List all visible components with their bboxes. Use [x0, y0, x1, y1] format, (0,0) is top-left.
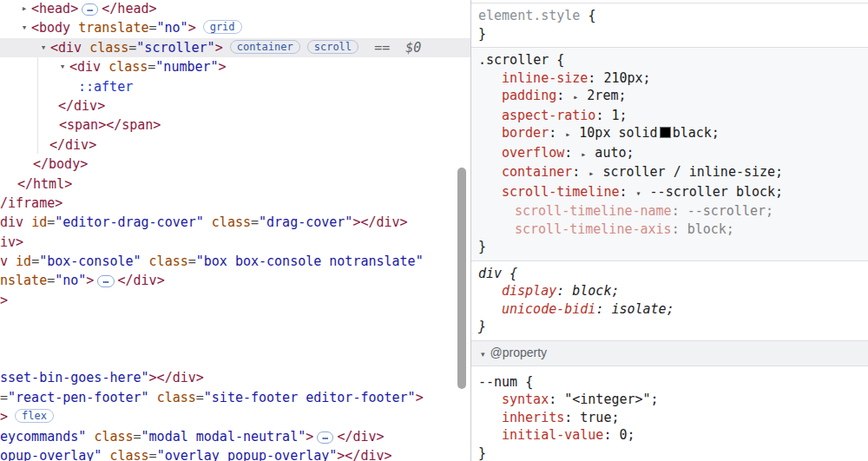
code-token[interactable]: inherits — [502, 410, 564, 425]
shorthand-expand-icon[interactable]: ▸ — [581, 146, 586, 164]
code-token[interactable]: ></div> — [352, 214, 407, 230]
code-token[interactable]: syntax — [502, 392, 549, 407]
code-token[interactable]: scroller / inline-size; — [595, 164, 783, 180]
code-token[interactable]: "box-console" — [39, 254, 141, 269]
code-token[interactable]: --scroller block; — [642, 184, 784, 200]
code-token[interactable]: > — [215, 40, 223, 56]
code-token[interactable]: aspect-ratio — [502, 108, 595, 123]
code-token[interactable]: block; — [572, 283, 619, 299]
code-token[interactable]: "modal modal-neutral" — [141, 429, 306, 445]
inline-expand-button[interactable]: … — [97, 275, 114, 287]
code-token[interactable]: "editor-drag-cover" — [55, 214, 204, 230]
code-token[interactable]: class — [94, 429, 133, 445]
shorthand-expand-icon[interactable]: ▸ — [589, 165, 594, 183]
code-token[interactable]: true; — [580, 410, 619, 425]
dom-tree-row[interactable]: </html> — [0, 175, 470, 194]
code-token[interactable]: border — [502, 125, 549, 141]
elements-scrollbar-thumb[interactable] — [457, 168, 466, 389]
code-token[interactable]: "no" — [157, 20, 188, 36]
code-token[interactable]: nslate — [0, 273, 47, 288]
code-token[interactable]: --scroller; — [687, 203, 773, 219]
dom-tree-row[interactable]: div id="editor-drag-cover" class="drag-c… — [0, 213, 457, 232]
code-token[interactable]: 0; — [619, 427, 635, 443]
dom-tree-row[interactable]: v id="box-console" class="box box-consol… — [0, 252, 457, 271]
dom-tree-row[interactable]: </div> — [0, 96, 470, 115]
code-token[interactable]: scroll-timeline — [502, 184, 619, 200]
code-token[interactable]: "drag-cover" — [259, 214, 352, 230]
code-token[interactable]: </div> — [49, 137, 96, 153]
code-token[interactable]: > — [86, 273, 94, 288]
code-token[interactable]: --num — [478, 374, 517, 390]
shorthand-expand-icon[interactable]: ▸ — [565, 126, 570, 144]
code-token[interactable]: iv> — [0, 234, 23, 250]
code-token[interactable]: class — [149, 254, 188, 269]
code-token[interactable]: "react-pen-footer" — [8, 390, 149, 405]
code-token[interactable]: > — [0, 409, 8, 425]
code-token[interactable]: "number" — [155, 59, 218, 75]
code-token[interactable]: ></div> — [149, 370, 204, 385]
code-token[interactable]: scroll-timeline-axis — [515, 221, 672, 237]
code-token[interactable]: isolate; — [611, 301, 674, 317]
dom-tree-row[interactable]: eycommands" class="modal modal-neutral">… — [0, 427, 457, 446]
code-token[interactable]: unicode-bidi — [502, 301, 595, 317]
code-token[interactable]: > — [219, 59, 227, 75]
collapse-arrow-icon[interactable]: ▾ — [37, 38, 49, 57]
code-token[interactable]: > — [306, 429, 313, 445]
dom-tree-row[interactable]: ="react-pen-footer" class="site-footer e… — [0, 388, 457, 407]
code-token[interactable]: /iframe> — [0, 195, 62, 211]
code-token[interactable]: class — [109, 448, 148, 461]
grid-badge[interactable]: grid — [203, 20, 242, 34]
code-token[interactable]: class — [212, 214, 251, 230]
code-token[interactable]: eycommands" — [0, 429, 86, 445]
code-token[interactable]: class — [89, 40, 128, 56]
expand-arrow-icon[interactable]: ▸ — [18, 0, 30, 18]
code-token[interactable]: 210px; — [603, 70, 650, 86]
code-token[interactable]: </head> — [102, 1, 156, 16]
code-token[interactable]: <div — [50, 40, 82, 56]
code-token[interactable]: <span></span> — [59, 117, 161, 133]
code-token[interactable]: ></div> — [337, 448, 391, 461]
dom-tree-row[interactable]: ::after — [0, 77, 470, 96]
code-token[interactable]: opup-overlay" — [0, 448, 102, 461]
code-token[interactable]: scroll-timeline-name — [515, 203, 672, 219]
dom-tree-row[interactable]: ▾<div class="number"> — [0, 57, 470, 76]
container-badge[interactable]: container — [230, 40, 300, 54]
dom-tree-row[interactable]: </body> — [0, 155, 470, 174]
collapse-arrow-icon[interactable]: ▾ — [56, 57, 69, 76]
code-token[interactable]: <body — [31, 20, 70, 36]
code-token[interactable]: "box box-console notranslate" — [196, 254, 424, 269]
code-token[interactable]: container — [502, 164, 572, 180]
shorthand-expand-icon[interactable]: ▸ — [573, 89, 578, 107]
code-token[interactable]: div — [0, 214, 23, 230]
dom-tree-row[interactable]: sset-bin-goes-here"></div> — [0, 368, 457, 387]
code-token[interactable]: </html> — [17, 176, 72, 192]
code-token[interactable]: element.style — [478, 8, 580, 23]
code-token[interactable]: </div> — [337, 429, 384, 445]
code-token[interactable]: .scroller — [478, 52, 549, 68]
scroll-badge[interactable]: scroll — [307, 40, 358, 54]
code-token[interactable]: 2rem; — [579, 88, 626, 103]
dom-tree-row[interactable]: nslate="no">…</div> — [0, 271, 457, 290]
inline-expand-button[interactable]: … — [82, 3, 98, 16]
code-token[interactable]: id — [31, 214, 47, 230]
code-token[interactable]: class — [157, 390, 196, 405]
code-token[interactable]: </div> — [118, 273, 165, 288]
code-token[interactable]: "no" — [55, 273, 86, 288]
code-token[interactable]: padding — [502, 88, 556, 103]
dom-tree-row[interactable]: /iframe> — [0, 194, 457, 213]
code-token[interactable]: <div — [69, 59, 101, 75]
code-token[interactable]: "site-footer editor-footer" — [204, 390, 416, 405]
dom-tree-row[interactable]: ▾<div class="scroller">containerscroll =… — [0, 38, 470, 57]
code-token[interactable]: 1; — [611, 108, 627, 123]
section-collapse-icon[interactable]: ▾ — [481, 346, 485, 362]
code-token[interactable]: class — [108, 59, 148, 75]
code-token[interactable]: "<integer>"; — [564, 392, 658, 407]
code-token[interactable]: display — [502, 283, 556, 299]
code-token[interactable]: div — [478, 266, 502, 281]
code-token[interactable]: > — [188, 20, 196, 36]
code-token[interactable]: "scroller" — [136, 40, 214, 56]
shorthand-collapse-icon[interactable]: ▾ — [636, 185, 641, 203]
dom-tree-row[interactable]: opup-overlay" class="overlay popup-overl… — [0, 446, 457, 461]
code-token[interactable]: 10px solid — [571, 125, 657, 141]
code-token[interactable]: </body> — [33, 156, 88, 172]
